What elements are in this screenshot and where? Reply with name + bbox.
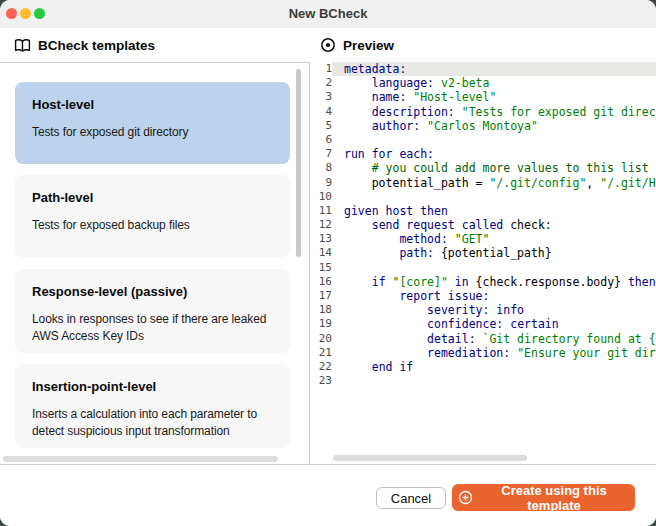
templates-header-label: BCheck templates [38,38,155,53]
code-line-text: path: {potential_path} [332,246,656,260]
line-number: 5 [310,119,332,133]
preview-header-label: Preview [343,38,394,53]
template-card-title: Path-level [32,190,280,205]
code-line-text: potential_path = "/.git/config", "/.git/… [332,176,656,190]
line-number: 17 [310,289,332,303]
code-line-text: method: "GET" [332,232,656,246]
code-line: 3 name: "Host-level" [310,90,656,104]
preview-horizontal-scrollbar[interactable] [333,455,527,461]
template-card-title: Response-level (passive) [32,284,280,299]
preview-header: Preview [320,28,394,62]
code-line-text [332,133,656,147]
line-number: 22 [310,360,332,374]
new-bcheck-dialog: New BCheck BCheck templates Preview Host… [0,0,656,526]
cancel-button[interactable]: Cancel [376,487,446,509]
code-line: 21 remediation: "Ensure your git directo… [310,346,656,360]
code-line-text: severity: info [332,303,656,317]
preview-eye-icon [320,37,336,53]
code-preview[interactable]: 1metadata:2 language: v2-beta3 name: "Ho… [310,62,656,464]
line-number: 13 [310,232,332,246]
code-line-text: given host then [332,204,656,218]
sidebar-horizontal-scrollbar[interactable] [3,456,278,462]
window-title: New BCheck [0,0,656,28]
code-line-text: run for each: [332,147,656,161]
template-card[interactable]: Insertion-point-levelInserts a calculati… [15,364,290,448]
footer: Cancel Create using this template [0,464,656,526]
line-number: 21 [310,346,332,360]
line-number: 15 [310,261,332,275]
sidebar-vertical-scrollbar[interactable] [296,69,301,257]
code-line: 6 [310,133,656,147]
code-line-text [332,374,656,388]
code-line-text: confidence: certain [332,317,656,331]
template-card[interactable]: Response-level (passive)Looks in respons… [15,269,290,353]
code-line-text: language: v2-beta [332,76,656,90]
code-line: 1metadata: [310,62,656,76]
code-line: 14 path: {potential_path} [310,246,656,260]
line-number: 6 [310,133,332,147]
template-card-description: Tests for exposed backup files [32,217,280,234]
template-card-description: Looks in responses to see if there are l… [32,311,280,346]
code-line: 9 potential_path = "/.git/config", "/.gi… [310,176,656,190]
line-number: 7 [310,147,332,161]
line-number: 14 [310,246,332,260]
code-line: 4 description: "Tests for exposed git di… [310,105,656,119]
plus-circle-icon [458,490,473,505]
code-line-text: # you could add more values to this list [332,161,656,175]
line-number: 2 [310,76,332,90]
code-line: 12 send request called check: [310,218,656,232]
line-number: 9 [310,176,332,190]
zoom-button[interactable] [34,8,45,19]
code-line: 23 [310,374,656,388]
line-number: 8 [310,161,332,175]
pane-headers: BCheck templates Preview [0,28,656,62]
line-number: 3 [310,90,332,104]
line-number: 12 [310,218,332,232]
line-number: 19 [310,317,332,331]
create-using-template-button[interactable]: Create using this template [452,484,635,511]
code-line: 7run for each: [310,147,656,161]
create-button-label: Create using this template [479,483,629,513]
code-line-text: description: "Tests for exposed git dire… [332,105,656,119]
template-card[interactable]: Host-levelTests for exposed git director… [15,82,290,164]
template-card-description: Tests for exposed git directory [32,124,280,141]
code-line-text: end if [332,360,656,374]
code-line: 15 [310,261,656,275]
line-number: 20 [310,332,332,346]
code-line-text [332,190,656,204]
templates-header: BCheck templates [14,28,155,62]
code-line-text: detail: `Git directory found at {potenti… [332,332,656,346]
code-line-text: name: "Host-level" [332,90,656,104]
line-number: 10 [310,190,332,204]
line-number: 18 [310,303,332,317]
template-card-title: Host-level [32,97,280,112]
code-line: 5 author: "Carlos Montoya" [310,119,656,133]
code-line: 11given host then [310,204,656,218]
template-card[interactable]: Path-levelTests for exposed backup files [15,175,290,258]
line-number: 1 [310,62,332,76]
code-line-text: metadata: [332,62,656,76]
code-line-text: remediation: "Ensure your git directory … [332,346,656,360]
code-line: 17 report issue: [310,289,656,303]
code-line: 20 detail: `Git directory found at {pote… [310,332,656,346]
titlebar: New BCheck [0,0,656,29]
open-book-icon [14,38,31,53]
code-line-text: author: "Carlos Montoya" [332,119,656,133]
close-button[interactable] [6,8,17,19]
code-line-text [332,261,656,275]
code-line: 19 confidence: certain [310,317,656,331]
code-line: 16 if "[core]" in {check.response.body} … [310,275,656,289]
template-card-description: Inserts a calculation into each paramete… [32,406,280,441]
code-line-text: report issue: [332,289,656,303]
code-line: 8 # you could add more values to this li… [310,161,656,175]
code-line-text: if "[core]" in {check.response.body} the… [332,275,656,289]
line-number: 4 [310,105,332,119]
template-list: Host-levelTests for exposed git director… [0,62,310,464]
minimize-button[interactable] [20,8,31,19]
code-line-text: send request called check: [332,218,656,232]
code-line: 18 severity: info [310,303,656,317]
code-line: 13 method: "GET" [310,232,656,246]
code-line: 10 [310,190,656,204]
code-line: 2 language: v2-beta [310,76,656,90]
template-card-title: Insertion-point-level [32,379,280,394]
